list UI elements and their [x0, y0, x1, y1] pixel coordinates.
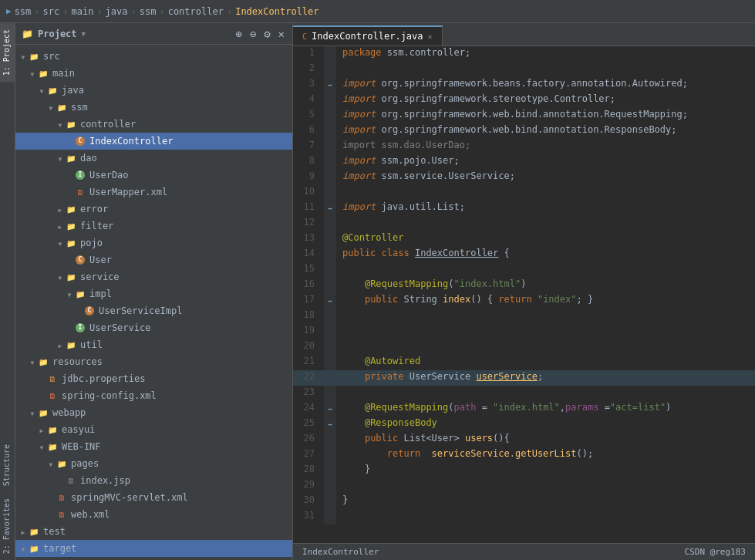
- panel-collapse-button[interactable]: ⊖: [248, 28, 258, 40]
- code-line[interactable]: }: [336, 494, 755, 509]
- code-line[interactable]: [336, 62, 755, 77]
- gutter-cell: [324, 93, 336, 108]
- tree-item-springconfig[interactable]: 🗎 spring-config.xml: [15, 387, 292, 404]
- bc-indexcontroller[interactable]: IndexController: [235, 6, 319, 17]
- folder-util-icon: 📁: [65, 339, 77, 351]
- code-line[interactable]: import ssm.dao.UserDao;: [336, 139, 755, 154]
- line-number: 9: [293, 170, 324, 185]
- gutter-cell: [324, 262, 336, 278]
- code-line[interactable]: [336, 262, 755, 278]
- code-line[interactable]: [336, 185, 755, 201]
- tree-item-src[interactable]: 📁 src: [15, 48, 292, 65]
- line-number: 21: [293, 355, 324, 370]
- sidebar-item-structure[interactable]: Structure: [0, 438, 15, 492]
- tree-item-ssm[interactable]: 📁 ssm: [15, 99, 292, 116]
- code-line[interactable]: public List<User> users(){: [336, 432, 755, 447]
- code-line[interactable]: @ResponseBody: [336, 417, 755, 432]
- code-line[interactable]: import ssm.service.UserService;: [336, 170, 755, 185]
- tree-item-userserviceimpl[interactable]: C UserServiceImpl: [15, 302, 292, 319]
- code-line[interactable]: private UserService userService;: [336, 370, 755, 386]
- label-webinf: WEB-INF: [62, 441, 101, 452]
- panel-dropdown-arrow[interactable]: ▼: [82, 30, 86, 38]
- sidebar-item-favorites[interactable]: 2: Favorites: [0, 492, 15, 560]
- gutter-cell: ➡: [324, 401, 336, 417]
- tab-close-button[interactable]: ✕: [428, 32, 433, 41]
- tree-item-indexjsp[interactable]: 🗎 index.jsp: [15, 472, 292, 489]
- sidebar-item-project[interactable]: 1: Project: [0, 23, 15, 82]
- table-row: 9 import ssm.service.UserService;: [293, 170, 755, 185]
- label-service: service: [80, 272, 120, 282]
- panel-settings-button[interactable]: ⚙: [262, 28, 271, 40]
- tree-item-webapp[interactable]: 📁 webapp: [15, 404, 292, 421]
- table-row: 30 }: [293, 494, 755, 509]
- line-number: 27: [293, 447, 324, 463]
- code-line[interactable]: @RequestMapping("index.html"): [336, 278, 755, 293]
- code-line[interactable]: @Controller: [336, 231, 755, 247]
- code-line[interactable]: public class IndexController {: [336, 247, 755, 262]
- bc-main[interactable]: main: [71, 6, 93, 17]
- tree-item-userdao[interactable]: I UserDao: [15, 167, 292, 184]
- code-line[interactable]: [336, 324, 755, 339]
- tree-item-userservice[interactable]: I UserService: [15, 319, 292, 336]
- editor-tabs: C IndexController.java ✕: [293, 23, 755, 46]
- code-line[interactable]: public String index() { return "index"; …: [336, 293, 755, 309]
- tree-item-filter[interactable]: 📁 filter: [15, 218, 292, 234]
- tree-item-error[interactable]: 📁 error: [15, 201, 292, 218]
- tree-item-dao[interactable]: 📁 dao: [15, 150, 292, 167]
- code-line[interactable]: import org.springframework.stereotype.Co…: [336, 93, 755, 108]
- line-number: 6: [293, 123, 324, 139]
- bc-controller[interactable]: controller: [168, 6, 224, 17]
- label-easyui: easyui: [62, 424, 95, 435]
- tree-item-controller[interactable]: 📁 controller: [15, 116, 292, 133]
- code-line[interactable]: [336, 386, 755, 401]
- tree-item-user[interactable]: C User: [15, 251, 292, 268]
- code-line[interactable]: }: [336, 463, 755, 478]
- tab-indexcontroller[interactable]: C IndexController.java ✕: [293, 25, 443, 46]
- tree-item-pomxml[interactable]: 🗎 pom.xml: [15, 557, 292, 560]
- code-line[interactable]: @RequestMapping(path = "index.html",para…: [336, 401, 755, 417]
- tree-item-util[interactable]: 📁 util: [15, 336, 292, 353]
- code-line[interactable]: import org.springframework.beans.factory…: [336, 77, 755, 93]
- tree-item-easyui[interactable]: 📁 easyui: [15, 421, 292, 438]
- code-line[interactable]: [336, 509, 755, 525]
- label-jdbc: jdbc.properties: [62, 373, 145, 384]
- bc-ssm2[interactable]: ssm: [140, 6, 157, 17]
- code-line[interactable]: import org.springframework.web.bind.anno…: [336, 108, 755, 123]
- tree-item-resources[interactable]: 📁 resources: [15, 353, 292, 370]
- tree-item-pojo[interactable]: 📁 pojo: [15, 234, 292, 251]
- tree-item-pages[interactable]: 📁 pages: [15, 455, 292, 472]
- bc-java[interactable]: java: [106, 6, 128, 17]
- tree-item-service[interactable]: 📁 service: [15, 268, 292, 285]
- code-line[interactable]: import java.util.List;: [336, 201, 755, 216]
- tree-item-jdbc[interactable]: 🗎 jdbc.properties: [15, 370, 292, 387]
- tree-item-usermapper[interactable]: 🗎 UserMapper.xml: [15, 184, 292, 201]
- code-line[interactable]: return serviceService.getUserList();: [336, 447, 755, 463]
- panel-close-button[interactable]: ✕: [277, 28, 286, 40]
- tree-item-impl[interactable]: 📁 impl: [15, 285, 292, 302]
- panel-add-button[interactable]: ⊕: [234, 28, 243, 40]
- code-line[interactable]: [336, 216, 755, 231]
- tree-item-java[interactable]: 📁 java: [15, 82, 292, 99]
- code-line[interactable]: @Autowired: [336, 355, 755, 370]
- code-line[interactable]: import ssm.pojo.User;: [336, 154, 755, 170]
- code-content[interactable]: 1 package ssm.controller; 2 3 ➡: [293, 46, 755, 543]
- gutter-cell: [324, 46, 336, 62]
- tree-item-test[interactable]: 📁 test: [15, 523, 292, 540]
- gutter-cell: [324, 355, 336, 370]
- folder-filter-icon: 📁: [65, 220, 77, 232]
- tree-item-target[interactable]: 📁 target: [15, 540, 292, 557]
- tree-item-webinf[interactable]: 📁 WEB-INF: [15, 438, 292, 455]
- tree-item-indexcontroller[interactable]: C IndexController: [15, 133, 292, 150]
- bc-ssm[interactable]: ssm: [15, 6, 32, 17]
- tree-item-springmvc[interactable]: 🗎 springMVC-servlet.xml: [15, 489, 292, 506]
- code-line[interactable]: package ssm.controller;: [336, 46, 755, 62]
- tree-item-webxml[interactable]: 🗎 web.xml: [15, 506, 292, 523]
- code-line[interactable]: import org.springframework.web.bind.anno…: [336, 123, 755, 139]
- code-line[interactable]: [336, 478, 755, 494]
- bc-src[interactable]: src: [43, 6, 60, 17]
- folder-impl-icon: 📁: [74, 288, 86, 300]
- code-line[interactable]: [336, 309, 755, 324]
- line-number: 29: [293, 478, 324, 494]
- code-line[interactable]: [336, 339, 755, 355]
- tree-item-main[interactable]: 📁 main: [15, 65, 292, 82]
